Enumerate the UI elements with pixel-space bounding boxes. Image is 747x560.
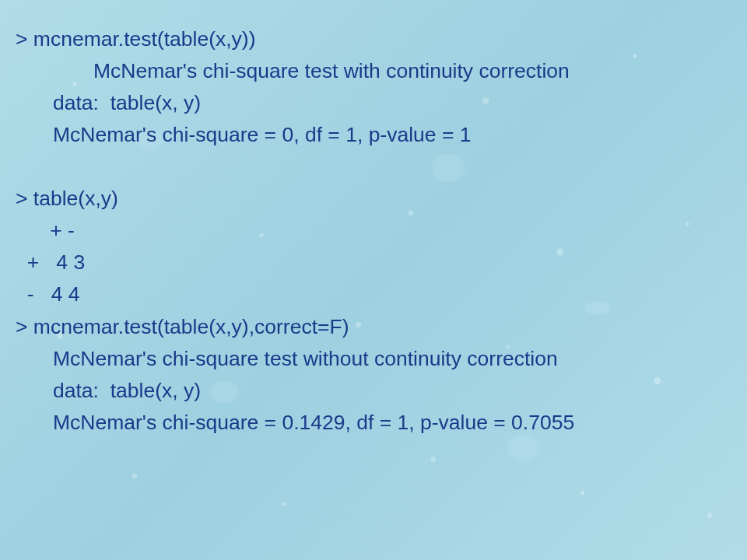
table-row: + 4 3 xyxy=(16,247,731,278)
code-line: > mcnemar.test(table(x,y)) xyxy=(16,23,731,55)
slide-content: > mcnemar.test(table(x,y)) McNemar's chi… xyxy=(16,23,731,439)
output-line: McNemar's chi-square test without contin… xyxy=(16,343,731,375)
output-line: McNemar's chi-square = 0, df = 1, p-valu… xyxy=(16,119,731,151)
output-line: data: table(x, y) xyxy=(16,87,731,119)
output-line: McNemar's chi-square test with continuit… xyxy=(16,55,731,87)
table-header: + - xyxy=(16,215,731,247)
output-line: McNemar's chi-square = 0.1429, df = 1, p… xyxy=(16,407,731,439)
code-line: > table(x,y) xyxy=(16,183,731,215)
output-line: data: table(x, y) xyxy=(16,375,731,407)
code-line: > mcnemar.test(table(x,y),correct=F) xyxy=(16,311,731,343)
table-row: - 4 4 xyxy=(16,278,731,310)
blank-line xyxy=(16,151,731,183)
